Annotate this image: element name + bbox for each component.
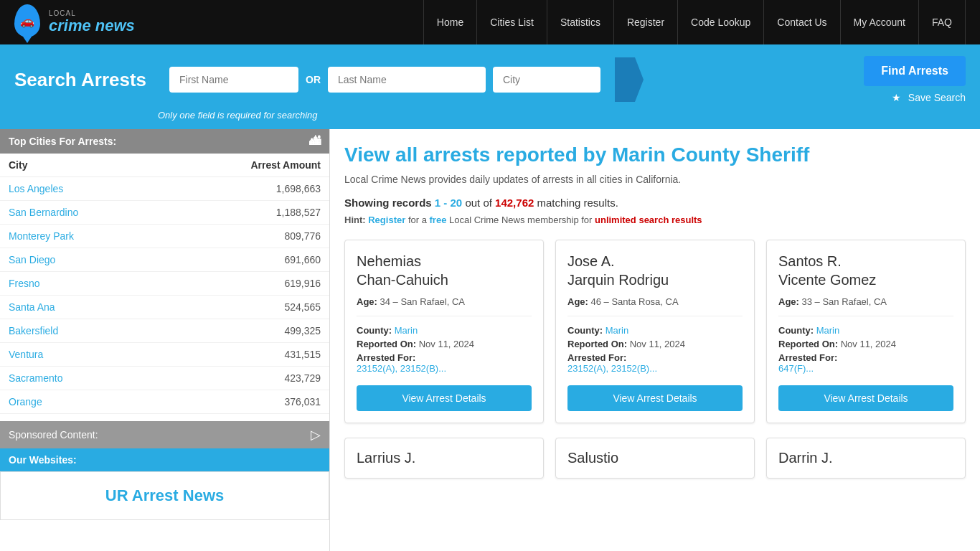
arrest-age-3: Age: 33 – San Rafael, CA [778,296,953,307]
city-link-fresno[interactable]: Fresno [9,278,235,289]
city-icon: 🏙 [309,135,321,148]
hint-for-text: for a [408,215,430,225]
city-link-santa-ana[interactable]: Santa Ana [9,301,235,313]
arrest-codes-1[interactable]: 23152(A), 23152(B)... [357,363,446,374]
ur-arrest-news-title: UR Arrest News [105,486,224,504]
partial-card-1: Larrius J. [344,438,544,479]
city-amount: 619,916 [235,278,321,289]
arrest-codes-3[interactable]: 647(F)... [778,363,814,374]
hint-register-link[interactable]: Register [368,215,405,225]
search-hint: Only one field is required for searching [158,110,318,121]
nav-faq[interactable]: FAQ [919,0,966,44]
arrest-for-3: Arrested For:647(F)... [778,352,953,374]
sponsored-arrow-icon: ▷ [311,427,321,443]
arrest-cards-grid: NehemiasChan-Cahuich Age: 34 – San Rafae… [344,240,966,423]
partial-name-3: Darrin J. [778,450,833,466]
arrest-age-1: Age: 34 – San Rafael, CA [357,296,532,307]
sponsored-label: Sponsored Content: [9,429,98,441]
arrest-reported-2: Reported On: Nov 11, 2024 [567,339,743,349]
divider [567,316,743,316]
arrest-card-2: Jose A.Jarquin Rodrigu Age: 46 – Santa R… [555,240,755,423]
city-link-los-angeles[interactable]: Los Angeles [9,183,235,194]
nav-contact-us[interactable]: Contact Us [764,0,840,44]
hint-text: Hint: Register for a free Local Crime Ne… [344,215,966,225]
nav-home[interactable]: Home [423,0,477,44]
page-subtext: Local Crime News provides daily updates … [344,174,966,185]
view-arrest-btn-2[interactable]: View Arrest Details [567,385,743,411]
county-link-1[interactable]: Marin [395,325,418,336]
list-item: Santa Ana 524,565 [0,296,329,319]
find-arrests-button[interactable]: Find Arrests [864,56,966,86]
city-link-bakersfield[interactable]: Bakersfield [9,325,235,336]
city-link-monterey-park[interactable]: Monterey Park [9,230,235,242]
search-title: Search Arrests [14,69,158,91]
content-area: View all arrests reported by Marin Count… [330,129,980,551]
search-bar-wrapper: Search Arrests OR Find Arrests ★ Save Se… [0,44,980,129]
city-input[interactable] [493,67,600,93]
county-link-3[interactable]: Marin [816,325,840,336]
logo[interactable]: 🚗 LOCAL crime news [14,4,135,40]
arrest-reported-3: Reported On: Nov 11, 2024 [778,339,953,349]
out-of-label: out of [465,197,492,209]
county-link-2[interactable]: Marin [606,325,629,336]
car-icon: 🚗 [20,14,34,28]
nav-cities-list[interactable]: Cities List [477,0,547,44]
save-search-button[interactable]: ★ Save Search [892,92,966,103]
matching-label: matching results. [537,197,618,209]
ur-arrest-news-box: UR Arrest News [0,471,329,520]
star-icon: ★ [892,92,901,103]
list-item: Monterey Park 809,776 [0,225,329,248]
arrest-for-2: Arrested For:23152(A), 23152(B)... [567,352,743,374]
partial-name-1: Larrius J. [357,450,415,466]
arrest-name-3: Santos R.Vicente Gomez [778,252,953,289]
column-city-label: City [9,159,235,171]
logo-icon: 🚗 [14,4,43,40]
city-link-ventura[interactable]: Ventura [9,349,235,360]
hint-label: Hint: [344,215,366,225]
search-fields: OR [169,57,852,102]
search-arrow-decoration [615,57,644,102]
or-label: OR [306,74,321,85]
city-amount: 809,776 [235,230,321,242]
hint-unlimited-label: unlimited search results [595,215,702,225]
last-name-input[interactable] [328,67,486,93]
our-websites-label: Our Websites: [9,454,77,466]
column-amount-label: Arrest Amount [235,159,321,171]
city-link-san-diego[interactable]: San Diego [9,254,235,265]
arrest-name-2: Jose A.Jarquin Rodrigu [567,252,743,289]
list-item: San Diego 691,660 [0,248,329,272]
arrest-name-1: NehemiasChan-Cahuich [357,252,532,289]
view-arrest-btn-1[interactable]: View Arrest Details [357,385,532,411]
city-link-orange[interactable]: Orange [9,396,235,408]
list-item: Los Angeles 1,698,663 [0,177,329,201]
results-range: 1 - 20 [435,197,462,209]
city-link-san-bernardino[interactable]: San Bernardino [9,207,235,218]
hint-free-label: free [430,215,447,225]
partial-card-3: Darrin J. [766,438,966,479]
view-arrest-btn-3[interactable]: View Arrest Details [778,385,953,411]
nav-statistics[interactable]: Statistics [547,0,614,44]
city-amount: 431,515 [235,349,321,360]
sidebar: Top Cities For Arrests: 🏙 City Arrest Am… [0,129,330,551]
arrest-codes-2[interactable]: 23152(A), 23152(B)... [567,363,657,374]
logo-crime-news-label: crime news [49,17,135,34]
arrest-for-1: Arrested For:23152(A), 23152(B)... [357,352,532,374]
main-content: Top Cities For Arrests: 🏙 City Arrest Am… [0,129,980,551]
nav-register[interactable]: Register [614,0,678,44]
partial-card-2: Salustio [555,438,755,479]
city-amount: 1,698,663 [235,183,321,194]
city-amount: 423,729 [235,372,321,384]
sponsored-section: Sponsored Content: ▷ [0,421,329,448]
hint-membership-text: Local Crime News membership for [449,215,595,225]
first-name-input[interactable] [169,67,298,93]
arrest-age-2: Age: 46 – Santa Rosa, CA [567,296,743,307]
divider [357,316,532,316]
nav-my-account[interactable]: My Account [841,0,919,44]
nav-links: Home Cities List Statistics Register Cod… [423,0,966,44]
arrest-county-1: County: Marin [357,325,532,336]
city-link-sacramento[interactable]: Sacramento [9,372,235,384]
arrest-county-3: County: Marin [778,325,953,336]
partial-name-2: Salustio [567,450,618,466]
cities-list: Los Angeles 1,698,663 San Bernardino 1,1… [0,177,329,414]
nav-code-lookup[interactable]: Code Lookup [678,0,764,44]
